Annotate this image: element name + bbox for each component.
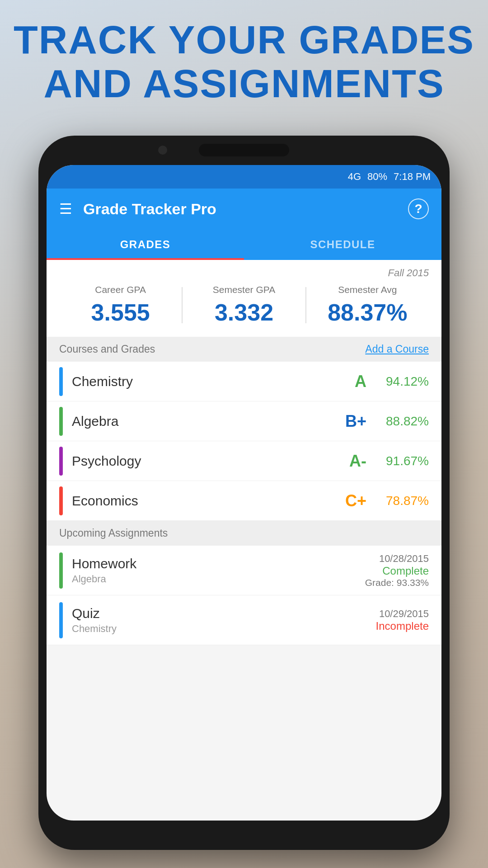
semester-gpa-value: 3.332 — [183, 299, 305, 326]
course-color-bar — [59, 367, 63, 396]
signal-indicator: 4G — [348, 171, 361, 183]
semester-avg-label: Semester Avg — [306, 284, 429, 295]
career-gpa-value: 3.555 — [59, 299, 182, 326]
course-grade-letter: C+ — [335, 491, 366, 510]
assignment-color-bar — [59, 552, 63, 589]
course-grade-letter: B+ — [335, 412, 366, 431]
help-icon-label: ? — [414, 202, 422, 216]
course-grade-pct: 88.82% — [379, 414, 429, 429]
main-content: Fall 2015 Career GPA 3.555 Semester GPA … — [47, 260, 441, 645]
status-bar: 4G 80% 7:18 PM — [47, 165, 441, 189]
gpa-section: Fall 2015 Career GPA 3.555 Semester GPA … — [47, 260, 441, 337]
career-gpa-label: Career GPA — [59, 284, 182, 295]
tab-bar: GRADES SCHEDULE — [47, 229, 441, 260]
assignment-status: Incomplete — [376, 620, 429, 632]
hero-title-line1: TRACK YOUR GRADES — [0, 18, 488, 62]
assignments-section-title: Upcoming Assignments — [59, 527, 168, 539]
help-icon[interactable]: ? — [408, 198, 429, 219]
add-course-link[interactable]: Add a Course — [365, 343, 429, 355]
hamburger-icon[interactable]: ☰ — [59, 200, 72, 217]
assignment-course: Chemistry — [72, 623, 376, 635]
tab-grades[interactable]: GRADES — [47, 229, 244, 260]
battery-indicator: 80% — [367, 171, 387, 183]
assignment-item[interactable]: Homework Algebra 10/28/2015 Complete Gra… — [47, 546, 441, 595]
assignments-section-header: Upcoming Assignments — [47, 521, 441, 546]
assignment-status: Complete — [382, 565, 429, 577]
course-grade-pct: 78.87% — [379, 494, 429, 508]
assignment-color-bar — [59, 602, 63, 638]
courses-section-title: Courses and Grades — [59, 343, 155, 355]
semester-gpa: Semester GPA 3.332 — [183, 284, 305, 326]
hero-section: TRACK YOUR GRADES AND ASSIGNMENTS — [0, 18, 488, 106]
course-item[interactable]: Psychology A- 91.67% — [47, 441, 441, 481]
course-name: Algebra — [72, 414, 335, 429]
hero-title-line2: AND ASSIGNMENTS — [0, 62, 488, 106]
courses-section-header: Courses and Grades Add a Course — [47, 337, 441, 362]
semester-label: Fall 2015 — [59, 267, 429, 279]
semester-avg: Semester Avg 88.37% — [306, 284, 429, 326]
career-gpa: Career GPA 3.555 — [59, 284, 182, 326]
app-title: Grade Tracker Pro — [83, 200, 397, 218]
course-grade-letter: A- — [335, 452, 366, 471]
course-item[interactable]: Algebra B+ 88.82% — [47, 401, 441, 441]
assignment-info: Quiz Chemistry — [72, 595, 376, 645]
semester-avg-value: 88.37% — [306, 299, 429, 326]
assignment-name: Quiz — [72, 606, 376, 621]
assignment-course: Algebra — [72, 573, 365, 585]
gpa-row: Career GPA 3.555 Semester GPA 3.332 Seme… — [59, 284, 429, 326]
assignment-date: 10/28/2015 — [379, 553, 429, 565]
courses-list: Chemistry A 94.12% Algebra B+ 88.82% Psy… — [47, 362, 441, 521]
assignment-meta: 10/28/2015 Complete Grade: 93.33% — [365, 546, 429, 595]
semester-gpa-label: Semester GPA — [183, 284, 305, 295]
course-name: Economics — [72, 493, 335, 509]
assignment-info: Homework Algebra — [72, 546, 365, 595]
assignment-grade: Grade: 93.33% — [365, 577, 429, 588]
phone-frame: 4G 80% 7:18 PM ☰ Grade Tracker Pro ? GRA… — [38, 136, 450, 850]
course-item[interactable]: Chemistry A 94.12% — [47, 362, 441, 401]
course-color-bar — [59, 486, 63, 515]
course-color-bar — [59, 447, 63, 476]
tab-schedule[interactable]: SCHEDULE — [244, 229, 441, 260]
course-color-bar — [59, 407, 63, 436]
course-name: Chemistry — [72, 374, 335, 389]
assignment-name: Homework — [72, 556, 365, 571]
course-grade-letter: A — [335, 372, 366, 391]
assignment-item[interactable]: Quiz Chemistry 10/29/2015 Incomplete — [47, 595, 441, 645]
assignment-meta: 10/29/2015 Incomplete — [376, 595, 429, 645]
course-grade-pct: 91.67% — [379, 454, 429, 468]
assignments-list: Homework Algebra 10/28/2015 Complete Gra… — [47, 546, 441, 645]
phone-screen: 4G 80% 7:18 PM ☰ Grade Tracker Pro ? GRA… — [47, 165, 441, 821]
time-display: 7:18 PM — [394, 171, 431, 183]
assignment-date: 10/29/2015 — [379, 608, 429, 620]
course-item[interactable]: Economics C+ 78.87% — [47, 481, 441, 521]
course-grade-pct: 94.12% — [379, 374, 429, 389]
app-bar: ☰ Grade Tracker Pro ? — [47, 189, 441, 229]
course-name: Psychology — [72, 453, 335, 469]
